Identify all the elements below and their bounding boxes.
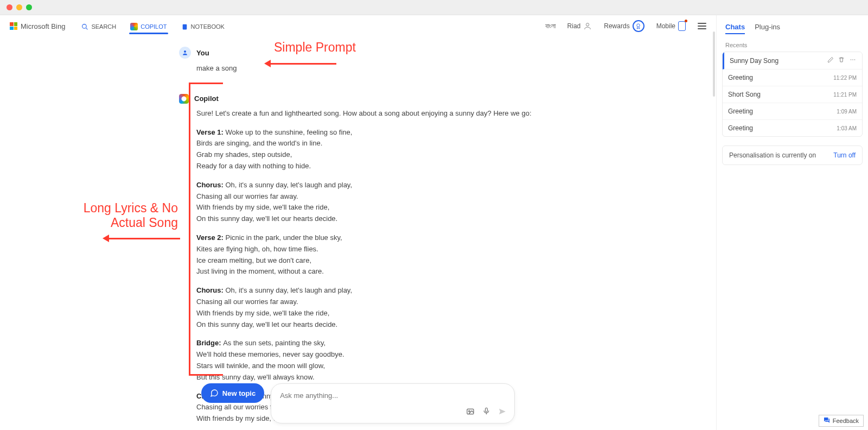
delete-icon[interactable] bbox=[838, 56, 845, 65]
nav-tab-label: SEARCH bbox=[91, 23, 116, 30]
sidebar-tab-chats[interactable]: Chats bbox=[725, 23, 745, 34]
lyric-line: Bridge: As the sun sets, painting the sk… bbox=[196, 338, 553, 349]
user-sender-label: You bbox=[196, 49, 209, 57]
minimize-window-icon[interactable] bbox=[16, 4, 22, 10]
language-switcher[interactable]: বাংলা bbox=[545, 22, 556, 30]
personalisation-box: Personalisation is currently on Turn off bbox=[722, 146, 863, 165]
notebook-icon bbox=[181, 23, 188, 30]
user-menu[interactable]: Riad bbox=[567, 22, 592, 30]
maximize-window-icon[interactable] bbox=[26, 4, 32, 10]
lyric-line: Ice cream melting, but we don't care, bbox=[196, 255, 553, 267]
copilot-message-body: Sure! Let's create a fun and lighthearte… bbox=[179, 108, 553, 425]
lyric-line: With friends by my side, we'll take the … bbox=[196, 202, 553, 213]
mobile-link[interactable]: Mobile bbox=[656, 21, 686, 31]
personalisation-toggle[interactable]: Turn off bbox=[833, 151, 856, 159]
new-topic-icon bbox=[210, 389, 219, 397]
feedback-button[interactable]: Feedback bbox=[819, 415, 864, 427]
svg-rect-1 bbox=[182, 24, 187, 29]
lyric-line: On this sunny day, we'll let our hearts … bbox=[196, 213, 553, 225]
lyric-section: Verse 1: Woke up to the sunshine, feelin… bbox=[196, 127, 553, 172]
lyric-section: Verse 2: Picnic in the park, under the b… bbox=[196, 232, 553, 277]
new-topic-button[interactable]: New topic bbox=[201, 383, 264, 403]
recents-item-title: Greeting bbox=[728, 108, 753, 115]
user-avatar-icon bbox=[179, 47, 191, 59]
lyric-line: Chorus: Oh, it's a sunny day, let's laug… bbox=[196, 285, 553, 296]
svg-point-10 bbox=[854, 59, 856, 60]
conversation-area: Simple Prompt Long Lyrics & No Actual So… bbox=[0, 37, 716, 430]
lyric-line: We'll hold these memories, never say goo… bbox=[196, 349, 553, 361]
lyric-line: Stars will twinkle, and the moon will gl… bbox=[196, 361, 553, 372]
sidebar-tab-plugins[interactable]: Plug-ins bbox=[755, 23, 780, 34]
svg-point-0 bbox=[82, 24, 87, 28]
mobile-icon bbox=[678, 21, 686, 31]
lyric-line: On this sunny day, we'll let our hearts … bbox=[196, 319, 553, 331]
rewards-link[interactable]: Rewards bbox=[604, 20, 644, 32]
edit-icon[interactable] bbox=[827, 56, 834, 65]
recents-item-time: 11:21 PM bbox=[833, 92, 857, 98]
nav-tab-copilot[interactable]: COPILOT bbox=[130, 23, 167, 34]
user-message: You make a song bbox=[163, 47, 553, 74]
lyric-line: Grab my shades, step outside, bbox=[196, 149, 553, 161]
hamburger-icon bbox=[698, 23, 706, 29]
hamburger-menu[interactable] bbox=[698, 23, 706, 29]
user-name: Riad bbox=[567, 22, 581, 30]
ask-input[interactable] bbox=[279, 389, 507, 402]
microsoft-logo-icon bbox=[10, 22, 17, 30]
lyric-section: Chorus: Oh, it's a sunny day, let's laug… bbox=[196, 285, 553, 330]
right-sidebar: Chats Plug-ins Recents Sunny Day SongGre… bbox=[716, 15, 868, 430]
recents-item-time: 1:03 AM bbox=[837, 125, 857, 131]
svg-rect-7 bbox=[486, 408, 488, 412]
recents-item[interactable]: Sunny Day Song bbox=[723, 52, 862, 69]
lyric-line: Kites are flying high, oh, how time flie… bbox=[196, 244, 553, 255]
recents-item[interactable]: Greeting11:22 PM bbox=[723, 69, 862, 86]
lyric-line: Ready for a day with nothing to hide. bbox=[196, 161, 553, 172]
more-icon[interactable] bbox=[849, 56, 857, 65]
copilot-icon bbox=[130, 23, 138, 30]
window-titlebar bbox=[0, 0, 868, 15]
lyric-line: Chasing all our worries far away. bbox=[196, 191, 553, 203]
feedback-icon bbox=[824, 417, 830, 425]
send-icon[interactable] bbox=[498, 407, 507, 418]
language-label: বাংলা bbox=[545, 22, 556, 30]
ask-box[interactable] bbox=[271, 383, 515, 423]
copilot-avatar-icon bbox=[179, 94, 189, 104]
annotation-long-lyrics: Long Lyrics & No Actual Song bbox=[37, 201, 178, 230]
annotation-arrow-1 bbox=[266, 63, 336, 65]
recents-label: Recents bbox=[722, 39, 863, 52]
rewards-badge-icon bbox=[633, 20, 644, 32]
nav-tab-label: NOTEBOOK bbox=[191, 23, 225, 30]
new-topic-label: New topic bbox=[222, 389, 256, 397]
svg-point-4 bbox=[184, 50, 186, 53]
recents-item-title: Greeting bbox=[728, 74, 753, 81]
user-message-text: make a song bbox=[179, 63, 553, 74]
recents-item-time: 11:22 PM bbox=[833, 75, 857, 81]
lyric-line: With friends by my side, we'll take the … bbox=[196, 308, 553, 319]
svg-point-2 bbox=[586, 23, 589, 26]
svg-point-6 bbox=[469, 410, 470, 412]
recents-item[interactable]: Greeting1:09 AM bbox=[723, 103, 862, 120]
annotation-arrow-2 bbox=[104, 238, 180, 239]
recents-item[interactable]: Short Song11:21 PM bbox=[723, 86, 862, 103]
microphone-icon[interactable] bbox=[482, 407, 490, 418]
recents-list: Sunny Day SongGreeting11:22 PMShort Song… bbox=[722, 52, 863, 137]
lyric-line: Verse 1: Woke up to the sunshine, feelin… bbox=[196, 127, 553, 138]
annotation-bracket bbox=[189, 83, 223, 376]
user-icon bbox=[583, 22, 592, 30]
input-bar: New topic bbox=[0, 383, 716, 423]
brand-label: Microsoft Bing bbox=[21, 22, 65, 30]
lyric-line: Chasing all our worries far away. bbox=[196, 296, 553, 308]
brand[interactable]: Microsoft Bing bbox=[10, 22, 65, 30]
top-nav: Microsoft Bing SEARCH COPILOT NOTEBOOK ব… bbox=[0, 15, 716, 37]
svg-point-3 bbox=[637, 23, 640, 27]
copilot-intro: Sure! Let's create a fun and lighthearte… bbox=[196, 108, 553, 119]
nav-tab-label: COPILOT bbox=[141, 23, 167, 30]
svg-point-9 bbox=[852, 59, 853, 60]
nav-tab-notebook[interactable]: NOTEBOOK bbox=[181, 23, 225, 34]
recents-item[interactable]: Greeting1:03 AM bbox=[723, 120, 862, 136]
lyric-section: Chorus: Oh, it's a sunny day, let's laug… bbox=[196, 180, 553, 225]
close-window-icon[interactable] bbox=[7, 4, 12, 10]
image-upload-icon[interactable] bbox=[466, 407, 475, 418]
nav-tab-search[interactable]: SEARCH bbox=[81, 23, 116, 34]
personalisation-text: Personalisation is currently on bbox=[729, 151, 816, 159]
lyric-line: Verse 2: Picnic in the park, under the b… bbox=[196, 232, 553, 244]
